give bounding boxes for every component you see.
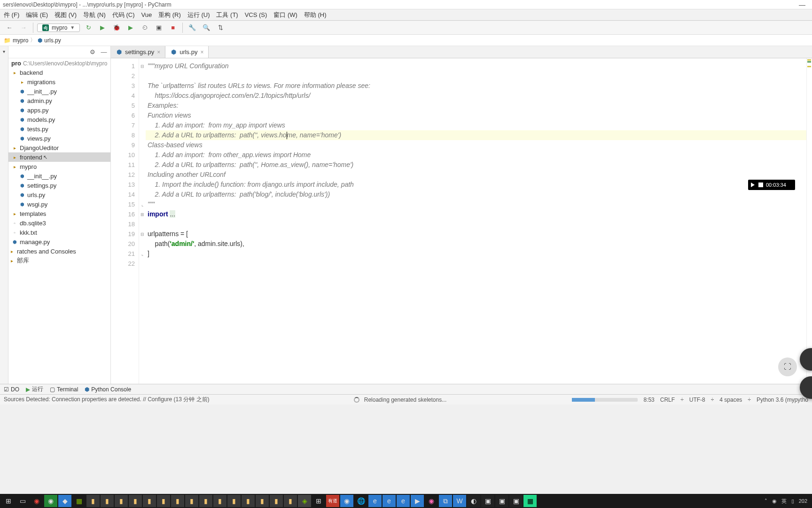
tree-item[interactable]: ⬢tests.py [8,124,110,134]
folder-icon[interactable]: ▮ [185,495,198,507]
indent[interactable]: 4 spaces [719,397,742,403]
breadcrumb-file[interactable]: ⬢ urls.py [38,37,61,44]
folder-icon[interactable]: ▮ [199,495,212,507]
edge-icon[interactable]: e [397,495,410,507]
search-button[interactable]: 🔍 [201,22,212,33]
tree-item[interactable]: ▸templates [8,209,110,218]
tree-item[interactable]: ▫kkk.txt [8,228,110,237]
win-color-icon[interactable]: ⊞ [312,495,325,507]
word-icon[interactable]: W [453,495,466,507]
menu-navigate[interactable]: 导航 (N) [83,11,106,19]
folder-icon[interactable]: ▮ [129,495,142,507]
fold-marker[interactable]: ⊞ [139,209,146,219]
tree-item[interactable]: ▸migrations [8,77,110,87]
menu-file[interactable]: 件 (F) [4,11,19,19]
folder-icon[interactable]: ▮ [171,495,184,507]
tree-root[interactable]: proC:\Users\lenovo\Desktop\b\mypro [8,58,110,68]
tree-item[interactable]: ⬢admin.py [8,96,110,105]
code-editor[interactable]: """mypro URL Configuration The `urlpatte… [146,58,806,384]
tree-item[interactable]: ⬢__init__.py [8,87,110,96]
status-message[interactable]: Sources Detected: Connection properties … [4,396,210,404]
folder-icon[interactable]: ▮ [242,495,255,507]
edge-icon[interactable]: e [368,495,382,507]
nvidia-icon[interactable]: ◈ [298,495,311,507]
run-button[interactable]: ▶ [97,22,108,33]
tree-item[interactable]: ⬢urls.py [8,190,110,199]
tree-item[interactable]: ▸backend [8,68,110,77]
screenshot-float-button[interactable]: ⛶ [778,357,797,376]
attach-button[interactable]: ▣ [153,22,164,33]
folder-icon[interactable]: ▮ [213,495,226,507]
run-tab[interactable]: ▶ 运行 [26,385,43,393]
task-view-button[interactable]: ▭ [16,495,29,507]
folder-icon[interactable]: ▮ [86,495,100,507]
folder-icon[interactable]: ▮ [227,495,241,507]
tree-item[interactable]: ▸ratches and Consoles [8,246,110,256]
folder-icon[interactable]: ▮ [143,495,156,507]
vcs-update-button[interactable]: ⇅ [215,22,226,33]
terminal-icon[interactable]: ▣ [509,495,523,507]
folder-icon[interactable]: ▮ [101,495,114,507]
folder-icon[interactable]: ▮ [270,495,283,507]
chrome-icon[interactable]: ◉ [30,495,43,507]
system-tray[interactable]: ˄ ◉ 英 ▯ 202 [765,498,810,505]
tab-urls[interactable]: ⬢ urls.py × [165,46,209,58]
tree-item[interactable]: ⬢views.py [8,134,110,143]
menu-refactor[interactable]: 重构 (R) [158,11,181,19]
globe-icon[interactable]: 🌐 [354,495,367,507]
wrench-icon[interactable]: 🔧 [187,22,198,33]
tree-item[interactable]: ⬢wsgi.py [8,199,110,209]
notepad-icon[interactable]: ▦ [72,495,86,507]
menu-edit[interactable]: 编辑 (E) [26,11,48,19]
folder-icon[interactable]: ▮ [157,495,170,507]
debug-button[interactable]: 🐞 [111,22,122,33]
browser-icon[interactable]: ◉ [44,495,57,507]
run-restart-button[interactable]: ↻ [83,22,94,33]
tree-item[interactable]: ▸frontend↖ [8,152,110,162]
cursor-position[interactable]: 8:53 [643,397,654,403]
tree-item[interactable]: ⬢apps.py [8,105,110,115]
menu-tools[interactable]: 工具 (T) [216,11,238,19]
app-icon[interactable]: ▶ [411,495,424,507]
tray-ime[interactable]: 英 [781,498,787,505]
recorder-overlay[interactable]: 00:03:34 [748,180,795,190]
menu-vcs[interactable]: VCS (S) [245,11,267,18]
tree-item[interactable]: ⬢settings.py [8,181,110,190]
nav-back-button[interactable]: ← [4,22,15,33]
menu-window[interactable]: 窗口 (W) [273,11,297,19]
close-icon[interactable]: × [200,49,203,56]
edge-icon[interactable]: e [383,495,396,507]
encoding[interactable]: UTF-8 [689,397,705,403]
fold-marker[interactable]: ⌞ [139,199,146,209]
menu-vue[interactable]: Vue [141,11,152,18]
app-icon[interactable]: ◐ [467,495,480,507]
interpreter[interactable]: Python 3.6 (mypytho [757,397,808,403]
pycharm-icon[interactable]: ▦ [523,495,537,507]
line-ending[interactable]: CRLF [660,397,675,403]
fold-marker[interactable]: ⌞ [139,249,146,259]
tree-item[interactable]: ⬢manage.py [8,237,110,246]
menu-view[interactable]: 视图 (V) [55,11,77,19]
profile-button[interactable]: ⏲ [139,22,150,33]
fold-marker[interactable]: ⊟ [139,229,146,239]
menu-run[interactable]: 运行 (U) [187,11,210,19]
fold-marker[interactable]: ⊟ [139,61,146,71]
terminal-tab[interactable]: ▢ Terminal [50,386,78,393]
vscode-icon[interactable]: ⧉ [439,495,452,507]
tray-icon[interactable]: ◉ [772,498,777,504]
terminal-icon[interactable]: ▣ [481,495,494,507]
run-config-selector[interactable]: dj mypro ▼ [37,24,80,32]
folder-icon[interactable]: ▮ [115,495,128,507]
folder-icon[interactable]: ▮ [256,495,269,507]
folder-icon[interactable]: ▮ [284,495,297,507]
menu-code[interactable]: 代码 (C) [112,11,135,19]
close-icon[interactable]: × [157,49,160,56]
app-icon[interactable]: ◉ [340,495,353,507]
terminal-icon[interactable]: ▣ [495,495,508,507]
stop-button[interactable]: ■ [167,22,179,33]
breadcrumb-project[interactable]: 📁 mypro [4,37,28,44]
app-icon[interactable]: ◆ [58,495,71,507]
stop-icon[interactable] [758,183,763,187]
nav-forward-button[interactable]: → [18,22,29,33]
todo-tab[interactable]: ☑ DO [4,386,19,393]
